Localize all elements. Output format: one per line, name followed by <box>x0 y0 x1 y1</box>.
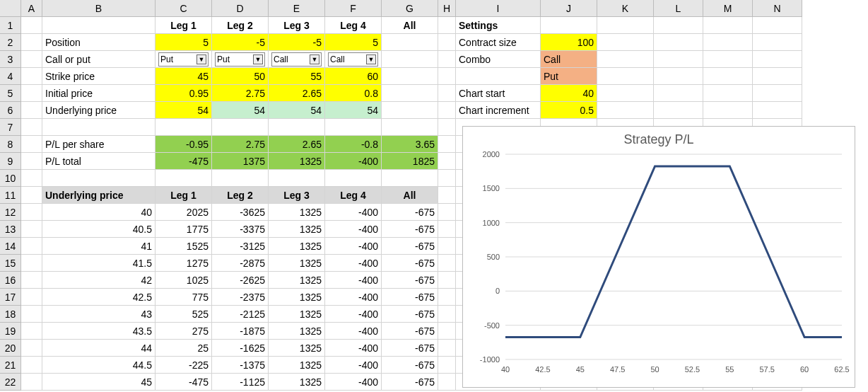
col-header-B[interactable]: B <box>42 0 156 17</box>
empty-cell[interactable] <box>438 221 456 238</box>
col-header-M[interactable]: M <box>703 0 753 17</box>
cell[interactable] <box>438 17 456 34</box>
table-c-6[interactable]: 525 <box>156 306 212 323</box>
empty-cell[interactable] <box>382 51 438 68</box>
col-header-J[interactable]: J <box>541 0 597 17</box>
empty-cell[interactable] <box>438 170 456 187</box>
empty-cell[interactable] <box>438 238 456 255</box>
table-d-9[interactable]: -1375 <box>212 357 269 374</box>
row-header-10[interactable]: 10 <box>0 170 21 187</box>
header-leg3[interactable]: Leg 3 <box>269 17 325 34</box>
table-u-8[interactable]: 44 <box>42 340 156 357</box>
row-header-12[interactable]: 12 <box>0 204 21 221</box>
table-e-1[interactable]: 1325 <box>269 221 325 238</box>
empty-cell[interactable] <box>21 153 42 170</box>
empty-cell[interactable] <box>269 170 325 187</box>
chartinc[interactable]: 0.5 <box>541 102 597 119</box>
empty-cell[interactable] <box>438 68 456 85</box>
table-g-5[interactable]: -675 <box>382 289 438 306</box>
table-c-5[interactable]: 775 <box>156 289 212 306</box>
empty-cell[interactable] <box>438 289 456 306</box>
empty-cell[interactable] <box>42 170 156 187</box>
empty-cell[interactable] <box>753 51 802 68</box>
empty-cell[interactable] <box>597 85 654 102</box>
table-d-6[interactable]: -2125 <box>212 306 269 323</box>
empty-cell[interactable] <box>753 85 802 102</box>
table-d-8[interactable]: -1625 <box>212 340 269 357</box>
empty-cell[interactable] <box>21 221 42 238</box>
col-header-L[interactable]: L <box>654 0 703 17</box>
table-g-1[interactable]: -675 <box>382 221 438 238</box>
col-header-D[interactable]: D <box>212 0 269 17</box>
pltotal-e[interactable]: 1325 <box>269 153 325 170</box>
row-header-11[interactable]: 11 <box>0 187 21 204</box>
empty-cell[interactable] <box>438 323 456 340</box>
empty-cell[interactable] <box>438 357 456 374</box>
row-header-14[interactable]: 14 <box>0 238 21 255</box>
plshare-g[interactable]: 3.65 <box>382 136 438 153</box>
pltotal-f[interactable]: -400 <box>325 153 382 170</box>
table-d-7[interactable]: -1875 <box>212 323 269 340</box>
empty-cell[interactable] <box>382 85 438 102</box>
table-f-7[interactable]: -400 <box>325 323 382 340</box>
empty-cell[interactable] <box>438 272 456 289</box>
empty-cell[interactable] <box>212 170 269 187</box>
table-g-10[interactable]: -675 <box>382 374 438 391</box>
table-d-2[interactable]: -3125 <box>212 238 269 255</box>
plshare-c[interactable]: -0.95 <box>156 136 212 153</box>
col-header-I[interactable]: I <box>456 0 541 17</box>
table-g-6[interactable]: -675 <box>382 306 438 323</box>
table-f-1[interactable]: -400 <box>325 221 382 238</box>
empty-cell[interactable] <box>438 187 456 204</box>
label-contractsize[interactable]: Contract size <box>456 34 541 51</box>
table-c-2[interactable]: 1525 <box>156 238 212 255</box>
table-f-8[interactable]: -400 <box>325 340 382 357</box>
empty-cell[interactable] <box>21 255 42 272</box>
empty-cell[interactable] <box>21 102 42 119</box>
col-header-F[interactable]: F <box>325 0 382 17</box>
under-e[interactable]: 54 <box>269 102 325 119</box>
label-combo[interactable]: Combo <box>456 51 541 68</box>
plshare-f[interactable]: -0.8 <box>325 136 382 153</box>
row-header-9[interactable]: 9 <box>0 153 21 170</box>
row-header-2[interactable]: 2 <box>0 34 21 51</box>
table-f-6[interactable]: -400 <box>325 306 382 323</box>
empty-cell[interactable] <box>703 17 753 34</box>
table-u-6[interactable]: 43 <box>42 306 156 323</box>
col-header-K[interactable]: K <box>597 0 654 17</box>
row-header-20[interactable]: 20 <box>0 340 21 357</box>
empty-cell[interactable] <box>21 323 42 340</box>
empty-cell[interactable] <box>42 119 156 136</box>
empty-cell[interactable] <box>703 34 753 51</box>
table-u-2[interactable]: 41 <box>42 238 156 255</box>
callput-dropdown-d[interactable]: Put▼ <box>212 51 269 68</box>
th-under[interactable]: Underlying price <box>42 187 156 204</box>
table-e-7[interactable]: 1325 <box>269 323 325 340</box>
table-u-0[interactable]: 40 <box>42 204 156 221</box>
empty-cell[interactable] <box>325 170 382 187</box>
th-c[interactable]: Leg 1 <box>156 187 212 204</box>
table-d-0[interactable]: -3625 <box>212 204 269 221</box>
table-f-4[interactable]: -400 <box>325 272 382 289</box>
empty-cell[interactable] <box>597 34 654 51</box>
col-header-G[interactable]: G <box>382 0 438 17</box>
table-u-10[interactable]: 45 <box>42 374 156 391</box>
empty-cell[interactable] <box>156 119 212 136</box>
empty-cell[interactable] <box>21 119 42 136</box>
table-e-9[interactable]: 1325 <box>269 357 325 374</box>
empty-cell[interactable] <box>597 17 654 34</box>
empty-cell[interactable] <box>438 340 456 357</box>
empty-cell[interactable] <box>325 119 382 136</box>
table-c-10[interactable]: -475 <box>156 374 212 391</box>
empty-cell[interactable] <box>21 272 42 289</box>
table-c-1[interactable]: 1775 <box>156 221 212 238</box>
col-header-C[interactable]: C <box>156 0 212 17</box>
strike-d[interactable]: 50 <box>212 68 269 85</box>
table-u-1[interactable]: 40.5 <box>42 221 156 238</box>
label-callput[interactable]: Call or put <box>42 51 156 68</box>
table-c-8[interactable]: 25 <box>156 340 212 357</box>
empty-cell[interactable] <box>21 34 42 51</box>
empty-cell[interactable] <box>438 255 456 272</box>
row-header-16[interactable]: 16 <box>0 272 21 289</box>
table-g-7[interactable]: -675 <box>382 323 438 340</box>
